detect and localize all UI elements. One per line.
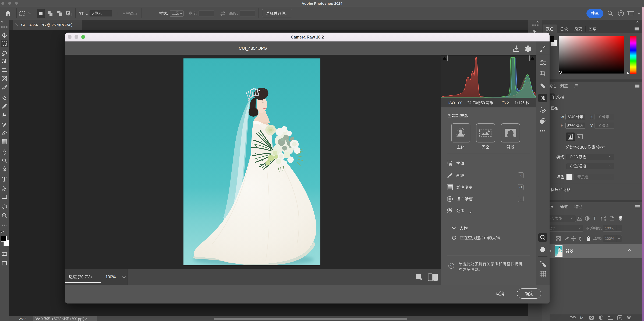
- svg-text:?: ?: [620, 11, 622, 15]
